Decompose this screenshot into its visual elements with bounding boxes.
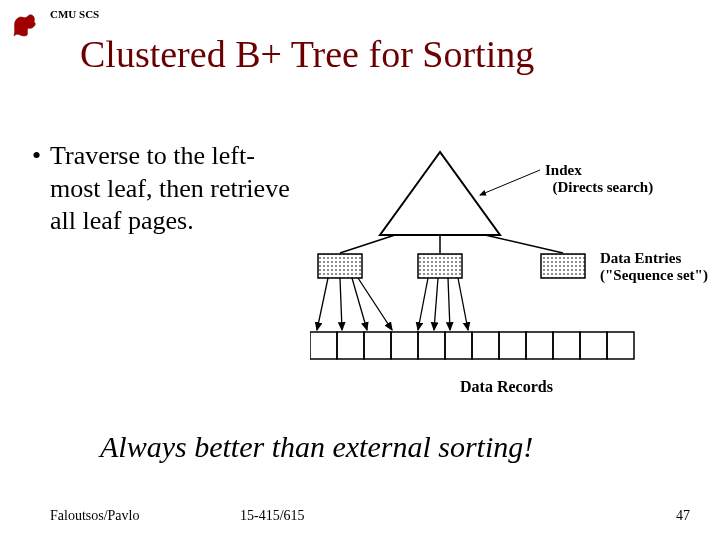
footer-page-number: 47 (676, 508, 690, 524)
cmu-scotty-logo (10, 10, 40, 40)
slide-title: Clustered B+ Tree for Sorting (80, 32, 534, 76)
svg-rect-8 (541, 254, 585, 278)
svg-line-9 (317, 278, 328, 330)
svg-marker-2 (380, 152, 500, 235)
svg-line-16 (458, 278, 468, 330)
svg-rect-18 (310, 332, 337, 359)
data-entries-line2: ("Sequence set") (600, 267, 708, 283)
svg-line-12 (358, 278, 392, 330)
svg-line-13 (418, 278, 428, 330)
svg-rect-25 (499, 332, 526, 359)
org-header: CMU SCS (50, 8, 99, 20)
bullet-dot: • (32, 140, 50, 173)
bullet-text: Traverse to the left-most leaf, then ret… (50, 140, 295, 238)
svg-line-14 (434, 278, 438, 330)
footer-authors: Faloutsos/Pavlo (50, 508, 139, 524)
data-records-label: Data Records (460, 378, 553, 396)
svg-line-10 (340, 278, 342, 330)
index-label: Index (Directs search) (545, 162, 653, 197)
emphasis-quote: Always better than external sorting! (100, 430, 533, 464)
svg-line-3 (340, 235, 395, 253)
svg-rect-6 (318, 254, 362, 278)
index-label-line2: (Directs search) (553, 179, 654, 195)
index-label-line1: Index (545, 162, 582, 178)
data-entries-label: Data Entries ("Sequence set") (600, 250, 708, 285)
svg-rect-7 (418, 254, 462, 278)
svg-line-5 (485, 235, 563, 253)
svg-rect-19 (337, 332, 364, 359)
footer-course: 15-415/615 (240, 508, 305, 524)
svg-line-15 (448, 278, 450, 330)
svg-line-17 (480, 170, 540, 195)
svg-rect-28 (580, 332, 607, 359)
svg-rect-29 (607, 332, 634, 359)
bullet-item: •Traverse to the left-most leaf, then re… (32, 140, 302, 238)
svg-rect-21 (391, 332, 418, 359)
svg-rect-23 (445, 332, 472, 359)
svg-rect-20 (364, 332, 391, 359)
svg-rect-24 (472, 332, 499, 359)
svg-line-11 (352, 278, 367, 330)
btree-diagram: Index (Directs search) Data Entries ("Se… (310, 140, 710, 400)
svg-rect-27 (553, 332, 580, 359)
svg-rect-22 (418, 332, 445, 359)
svg-rect-26 (526, 332, 553, 359)
data-entries-line1: Data Entries (600, 250, 681, 266)
